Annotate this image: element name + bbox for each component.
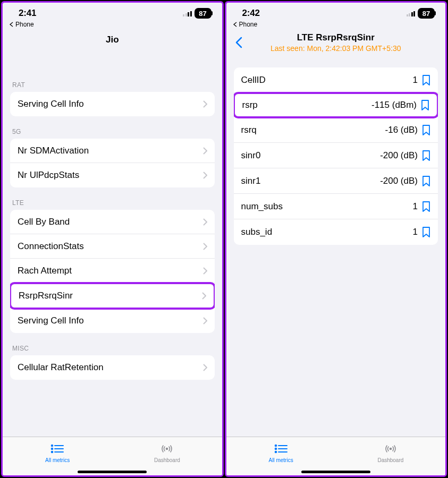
bookmark-icon[interactable]: [422, 227, 430, 237]
section-header-5g: 5G: [10, 116, 215, 139]
back-button[interactable]: [232, 35, 247, 50]
page-title: Jio: [3, 30, 222, 49]
chevron-right-icon: [203, 267, 207, 275]
metric-key: CellID: [241, 75, 266, 86]
battery-indicator: 87: [418, 8, 435, 19]
phone-right: 2:42 87 Phone LTE RsrpRsrqSinr Last see: [225, 1, 447, 477]
list-item-label: ConnectionStats: [18, 241, 84, 252]
list-item-label: Nr UlPdcpStats: [18, 170, 79, 181]
breadcrumb-back[interactable]: Phone: [226, 21, 446, 30]
chevron-left-icon: [233, 22, 238, 27]
list-item[interactable]: Rach Attempt: [10, 259, 215, 283]
metric-value: 1: [413, 227, 418, 237]
antenna-icon: [160, 443, 174, 456]
list-item[interactable]: Serving Cell Info: [10, 309, 215, 333]
list-item-label: Cellular RatRetention: [18, 362, 104, 373]
chevron-right-icon: [203, 243, 207, 250]
metrics-list: CellID 1 rsrp -115 (dBm) rsrq: [234, 67, 438, 245]
list-icon: [274, 443, 288, 456]
metric-key: num_subs: [241, 201, 283, 212]
chevron-right-icon: [203, 364, 207, 371]
tab-all-metrics[interactable]: All metrics: [226, 437, 336, 467]
chevron-right-icon: [203, 100, 207, 108]
metric-key: subs_id: [241, 227, 273, 237]
metric-value: -115 (dBm): [371, 100, 417, 110]
tab-label: Dashboard: [377, 457, 403, 463]
bookmark-icon[interactable]: [422, 150, 430, 161]
bookmark-icon[interactable]: [421, 100, 429, 110]
metric-value: -200 (dB): [380, 150, 418, 161]
page-title: LTE RsrpRsrqSinr: [247, 32, 426, 43]
metric-key: rsrp: [242, 100, 258, 110]
chevron-left-icon: [9, 22, 14, 27]
tab-label: Dashboard: [154, 457, 180, 463]
chevron-right-icon: [203, 147, 207, 155]
list-item[interactable]: Serving Cell Info: [10, 92, 215, 116]
phone-left: 2:41 87 Phone Jio RAT Serving Cell Info: [1, 1, 224, 477]
list-lte: Cell By Band ConnectionStats Rach Attemp…: [10, 210, 215, 333]
tab-label: All metrics: [269, 457, 293, 463]
list-item[interactable]: Nr SDMActivation: [10, 139, 215, 163]
home-indicator-area: [3, 467, 222, 475]
svg-point-6: [166, 448, 168, 450]
content-scroll[interactable]: RAT Serving Cell Info 5G Nr SDMActivatio…: [3, 49, 222, 437]
metric-key: sinr0: [241, 150, 261, 161]
metric-row[interactable]: num_subs 1: [234, 194, 438, 219]
svg-point-4: [52, 451, 53, 453]
section-header-rat: RAT: [10, 70, 215, 92]
svg-point-11: [275, 451, 276, 453]
section-header-lte: LTE: [10, 187, 215, 210]
list-icon: [50, 443, 64, 456]
signal-icon: [183, 10, 192, 16]
list-item[interactable]: Nr UlPdcpStats: [10, 163, 215, 187]
tab-all-metrics[interactable]: All metrics: [3, 437, 112, 467]
tab-dashboard[interactable]: Dashboard: [336, 437, 445, 467]
home-indicator[interactable]: [301, 471, 370, 473]
section-header-misc: MISC: [10, 333, 215, 355]
metric-row[interactable]: subs_id 1: [234, 219, 438, 245]
metric-row[interactable]: CellID 1: [234, 67, 438, 93]
tab-bar: All metrics Dashboard: [226, 437, 446, 467]
tab-dashboard[interactable]: Dashboard: [112, 437, 222, 467]
list-misc: Cellular RatRetention: [10, 355, 215, 380]
list-5g: Nr SDMActivation Nr UlPdcpStats: [10, 139, 215, 187]
bookmark-icon[interactable]: [422, 75, 430, 86]
list-item-label: Serving Cell Info: [18, 315, 84, 326]
svg-point-0: [52, 445, 53, 447]
chevron-right-icon: [203, 218, 207, 226]
list-item-label: Rach Attempt: [18, 266, 72, 276]
list-rat: Serving Cell Info: [10, 92, 215, 116]
tab-bar: All metrics Dashboard: [3, 437, 222, 467]
page-subtitle: Last seen: Mon, 2:42:03 PM GMT+5:30: [247, 44, 426, 53]
home-indicator[interactable]: [78, 471, 147, 473]
status-bar: 2:41 87: [3, 3, 222, 21]
status-bar: 2:42 87: [226, 3, 446, 21]
svg-point-7: [275, 445, 276, 447]
bookmark-icon[interactable]: [422, 125, 430, 135]
signal-icon: [407, 10, 416, 16]
status-time: 2:41: [19, 8, 36, 19]
list-item-highlighted[interactable]: RsrpRsrqSinr: [10, 282, 215, 310]
chevron-left-icon: [235, 37, 243, 48]
bookmark-icon[interactable]: [422, 176, 430, 186]
metric-row[interactable]: sinr1 -200 (dB): [234, 168, 438, 194]
bookmark-icon[interactable]: [422, 201, 430, 212]
list-item[interactable]: Cell By Band: [10, 210, 215, 234]
battery-indicator: 87: [195, 8, 212, 19]
content-scroll[interactable]: CellID 1 rsrp -115 (dBm) rsrq: [226, 53, 446, 437]
antenna-icon: [384, 443, 398, 456]
list-item-label: Nr SDMActivation: [18, 146, 89, 156]
list-item-label: Cell By Band: [18, 217, 70, 227]
list-item[interactable]: ConnectionStats: [10, 234, 215, 259]
metric-value: -200 (dB): [380, 176, 418, 186]
breadcrumb-back[interactable]: Phone: [3, 21, 222, 30]
chevron-right-icon: [203, 172, 207, 179]
metric-row-highlighted[interactable]: rsrp -115 (dBm): [234, 92, 438, 118]
metric-value: -16 (dB): [385, 125, 418, 135]
svg-point-13: [390, 448, 391, 450]
home-indicator-area: [226, 467, 446, 475]
metric-row[interactable]: sinr0 -200 (dB): [234, 143, 438, 168]
metric-key: sinr1: [241, 176, 261, 186]
list-item[interactable]: Cellular RatRetention: [10, 355, 215, 380]
metric-row[interactable]: rsrq -16 (dB): [234, 117, 438, 143]
